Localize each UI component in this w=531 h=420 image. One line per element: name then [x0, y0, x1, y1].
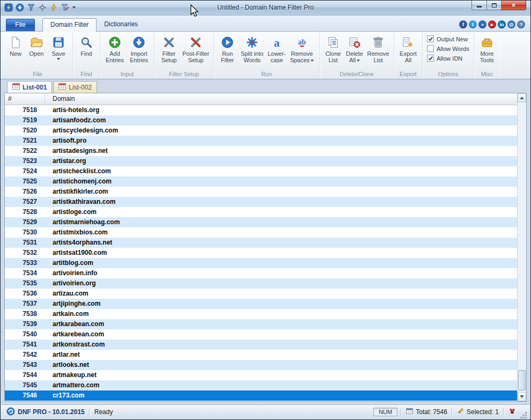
app-version-segment: DNF PRO - 10.01.2015	[3, 407, 88, 417]
table-row[interactable]: 7539 artkarabean.com	[5, 319, 517, 329]
table-row[interactable]: 7537 artjipinghe.com	[5, 299, 517, 309]
window-title: Untitled - Domain Name Filter Pro	[1, 1, 530, 16]
vertical-scrollbar[interactable]	[517, 93, 526, 401]
tab-domain-filter[interactable]: Domain Filter	[42, 18, 97, 32]
group-label-options: Options	[424, 70, 473, 79]
table-row[interactable]: 7544 artmakeup.net	[5, 370, 517, 380]
table-row[interactable]: 7534 artivoirien.info	[5, 268, 517, 278]
import-entries-button[interactable]: Import Entries	[127, 34, 151, 63]
row-domain-cell: artmakeup.net	[45, 370, 517, 380]
group-label-file: File	[4, 70, 71, 79]
table-row[interactable]: 7536 artizau.com	[5, 289, 517, 299]
row-domain-cell: artistkathiravan.com	[45, 197, 517, 207]
email-icon[interactable]: @	[507, 20, 515, 28]
youtube-icon[interactable]: ►	[488, 20, 496, 28]
remove-spaces-button[interactable]: ab Remove Spaces	[287, 34, 316, 63]
table-row[interactable]: 7525 artistichomenj.com	[5, 176, 517, 187]
post-filter-setup-button[interactable]: Post-Filter Setup	[181, 34, 211, 63]
table-row[interactable]: 7523 artistar.org	[5, 156, 517, 166]
table-row[interactable]: 7518 artis-hotels.org	[5, 105, 517, 115]
list-tab-001[interactable]: List-001	[7, 81, 52, 93]
row-number-cell: 7522	[5, 146, 45, 156]
save-button[interactable]: Save	[47, 34, 70, 60]
table-row[interactable]: 7522 artistadesigns.net	[5, 146, 517, 156]
tab-dictionaries[interactable]: Dictionaries	[97, 18, 145, 31]
table-row[interactable]: 7528 artistloge.com	[5, 207, 517, 217]
table-row[interactable]: 7542 artlar.net	[5, 350, 517, 360]
clone-list-button[interactable]: Clone List	[322, 34, 344, 63]
save-dropdown-caret-icon[interactable]	[57, 58, 60, 60]
row-number-cell: 7546	[5, 390, 45, 401]
row-domain-cell: artlar.net	[45, 350, 517, 360]
table-row[interactable]: 7529 artistmarniehoag.com	[5, 217, 517, 227]
svg-text:ab: ab	[298, 38, 306, 46]
row-domain-cell: artlooks.net	[45, 360, 517, 370]
close-button[interactable]: ×	[502, 1, 526, 10]
tab-file[interactable]: File	[6, 19, 35, 31]
window-controls: ×	[471, 1, 526, 10]
filter-setup-button[interactable]: Filter Setup	[157, 34, 181, 63]
table-row[interactable]: 7532 artistsat1900.com	[5, 248, 517, 258]
output-new-checkbox[interactable]: Output New	[427, 35, 469, 42]
split-into-words-button[interactable]: Split into Words	[238, 34, 266, 63]
list-grid-icon	[12, 83, 20, 91]
new-button[interactable]: New	[5, 34, 26, 57]
table-row[interactable]: 7519 artisanfoodz.com	[5, 115, 517, 126]
app-badge-icon[interactable]	[508, 408, 515, 416]
group-label-run: Run	[215, 70, 318, 79]
table-row[interactable]: 7540 artkarebean.com	[5, 329, 517, 340]
row-number-cell: 7535	[5, 278, 45, 289]
find-button[interactable]: Find	[76, 34, 97, 57]
column-header-number[interactable]: #	[5, 93, 45, 105]
help-icon[interactable]: ?	[517, 20, 525, 28]
row-number-cell: 7521	[5, 136, 45, 146]
table-row[interactable]: 7521 artisoft.pro	[5, 136, 517, 146]
table-row[interactable]: 7533 artitblog.com	[5, 258, 517, 268]
delete-all-dropdown-caret-icon[interactable]	[357, 60, 360, 62]
more-tools-button[interactable]: More Tools	[477, 34, 497, 63]
table-row[interactable]: 7545 artmattero.com	[5, 380, 517, 390]
table-row[interactable]: 7546 cr173.com	[5, 390, 517, 401]
group-label-delete-clone: Delete/Clone	[321, 70, 393, 79]
magnifier-icon	[80, 35, 93, 49]
column-header-domain[interactable]: Domain	[45, 93, 517, 105]
table-row[interactable]: 7527 artistkathiravan.com	[5, 197, 517, 207]
scrollbar-thumb[interactable]	[518, 370, 526, 390]
allow-words-checkbox[interactable]: Allow Words	[427, 45, 469, 52]
table-row[interactable]: 7524 artistchecklist.com	[5, 166, 517, 176]
scroll-up-button[interactable]	[518, 93, 526, 102]
linkedin-icon[interactable]: in	[498, 20, 506, 28]
table-row[interactable]: 7535 artivoirien.org	[5, 278, 517, 289]
table-row[interactable]: 7538 artkain.com	[5, 309, 517, 319]
row-number-cell: 7545	[5, 380, 45, 390]
facebook-icon[interactable]: f	[459, 20, 467, 28]
list-tab-002[interactable]: List-002	[53, 81, 97, 93]
title-bar: Untitled - Domain Name Filter Pro ×	[1, 1, 530, 16]
twitter-icon[interactable]: t	[469, 20, 477, 28]
table-row[interactable]: 7543 artlooks.net	[5, 360, 517, 370]
table-row[interactable]: 7530 artistmixbios.com	[5, 227, 517, 238]
resize-grip[interactable]	[520, 411, 528, 419]
row-domain-cell: artists4orphans.net	[45, 238, 517, 248]
pencil-icon	[457, 408, 464, 416]
scroll-down-button[interactable]	[518, 392, 526, 401]
share-icon[interactable]: »	[478, 20, 486, 28]
run-filter-button[interactable]: Run Filter	[217, 34, 238, 63]
remove-spaces-dropdown-caret-icon[interactable]	[311, 60, 314, 62]
open-button[interactable]: Open	[26, 34, 47, 57]
maximize-button[interactable]	[487, 1, 502, 10]
remove-list-button[interactable]: Remove List	[365, 34, 391, 63]
table-row[interactable]: 7531 artists4orphans.net	[5, 238, 517, 248]
delete-all-button[interactable]: Delete All	[344, 34, 365, 63]
table-row[interactable]: 7520 artiscycledesign.com	[5, 126, 517, 136]
allow-idn-checkbox[interactable]: Allow IDN	[427, 55, 469, 62]
add-entries-button[interactable]: Add Entries	[103, 34, 127, 63]
minimize-button[interactable]	[471, 1, 487, 10]
table-row[interactable]: 7541 artkonstrast.com	[5, 340, 517, 350]
row-number-cell: 7543	[5, 360, 45, 370]
export-all-button[interactable]: Export All	[397, 34, 419, 63]
table-row[interactable]: 7526 artistikfikirler.com	[5, 187, 517, 197]
group-label-find: Find	[74, 70, 99, 79]
lower-case-button[interactable]: a Lower-case	[266, 34, 287, 63]
ribbon-group-find: Find Find	[73, 32, 100, 79]
